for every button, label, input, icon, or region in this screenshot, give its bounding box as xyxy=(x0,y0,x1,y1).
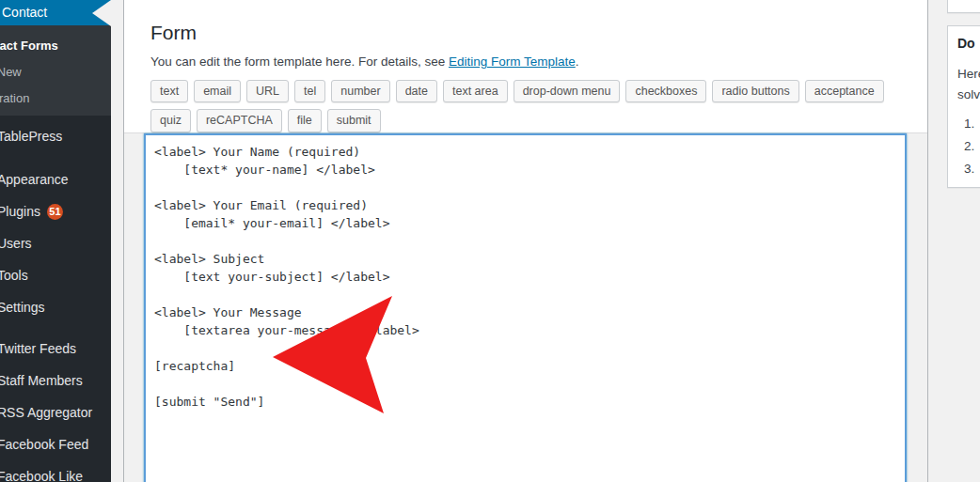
sidebar-item-facebook-like[interactable]: Facebook Like xyxy=(0,460,111,482)
sidebar-item-add-new[interactable]: Add New xyxy=(0,59,111,86)
sidebar-item-appearance[interactable]: Appearance xyxy=(0,163,111,195)
form-panel-header: Form You can edit the form template here… xyxy=(124,0,927,133)
tag-button-date[interactable]: date xyxy=(396,80,437,102)
sidebar-item-contact-forms[interactable]: Contact Forms xyxy=(0,33,111,59)
sidebar-item-rss-aggregator[interactable]: RSS Aggregator xyxy=(0,396,111,428)
tag-button-text-area[interactable]: text area xyxy=(443,80,508,102)
wordpress-admin-page: { "sidebar": { "active_item": { "label":… xyxy=(0,0,980,482)
help-panel-text: Here solve xyxy=(957,64,980,105)
plugins-update-count-badge: 51 xyxy=(47,204,63,220)
sidebar-item-facebook-feed[interactable]: Facebook Feed xyxy=(0,428,111,460)
sidebar-item-staff-members[interactable]: Staff Members xyxy=(0,365,111,396)
tag-button-email[interactable]: email xyxy=(194,80,241,102)
menu-separator xyxy=(0,152,111,163)
sidebar-item-contact-label: Contact xyxy=(2,5,47,20)
sidebar-item-plugins[interactable]: Plugins51 xyxy=(0,195,111,227)
menu-separator xyxy=(0,323,111,333)
help-panel-list: 1. 2. 3. xyxy=(957,113,980,180)
page-title: Form xyxy=(150,0,901,44)
sidebar-item-users[interactable]: Users xyxy=(0,227,111,259)
help-panel: Do Here solve 1. 2. 3. xyxy=(947,25,980,188)
tag-button-drop-down-menu[interactable]: drop-down menu xyxy=(514,80,621,102)
sidebar-item-settings[interactable]: Settings xyxy=(0,291,111,323)
editing-form-template-link[interactable]: Editing Form Template xyxy=(449,54,576,69)
sidebar-item-tools[interactable]: Tools xyxy=(0,259,111,291)
form-editor-column: Form You can edit the form template here… xyxy=(123,0,928,482)
sidebar-item-integration[interactable]: Integration xyxy=(0,86,111,112)
tag-button-quiz[interactable]: quiz xyxy=(150,109,191,132)
tag-button-number[interactable]: number xyxy=(331,80,389,102)
tag-button-url[interactable]: URL xyxy=(246,80,289,102)
tag-button-radio-buttons[interactable]: radio buttons xyxy=(712,80,798,102)
red-arrow-shape xyxy=(273,296,392,413)
tag-button-tel[interactable]: tel xyxy=(294,80,325,102)
help-panel-title: Do xyxy=(957,36,980,51)
tag-button-file[interactable]: file xyxy=(288,109,322,132)
contact-submenu: Contact Forms Add New Integration xyxy=(0,25,111,116)
sidebar-item-tablepress[interactable]: TablePress xyxy=(0,120,111,152)
red-annotation-arrow-icon xyxy=(269,292,401,420)
help-list-item: 1. xyxy=(964,113,980,135)
tag-button-checkboxes[interactable]: checkboxes xyxy=(625,80,706,102)
status-metabox-bottom xyxy=(947,0,980,13)
tag-generator-toolbar: text email URL tel number date text area… xyxy=(150,80,893,132)
tag-button-submit[interactable]: submit xyxy=(327,109,381,132)
selected-menu-arrow-icon xyxy=(92,0,111,26)
help-list-item: 3. xyxy=(964,158,980,180)
help-list-item: 2. xyxy=(964,135,980,158)
tag-button-recaptcha[interactable]: reCAPTCHA xyxy=(197,109,282,132)
tag-button-acceptance[interactable]: acceptance xyxy=(805,80,884,102)
sidebar-item-contact[interactable]: Contact xyxy=(0,0,111,25)
tag-button-text[interactable]: text xyxy=(150,80,188,102)
admin-sidebar: Contact Contact Forms Add New Integratio… xyxy=(0,0,111,482)
form-description: You can edit the form template here. For… xyxy=(150,54,901,69)
sidebar-item-twitter-feeds[interactable]: Twitter Feeds xyxy=(0,333,111,365)
form-template-textarea[interactable]: <label> Your Name (required) [text* your… xyxy=(144,133,907,482)
